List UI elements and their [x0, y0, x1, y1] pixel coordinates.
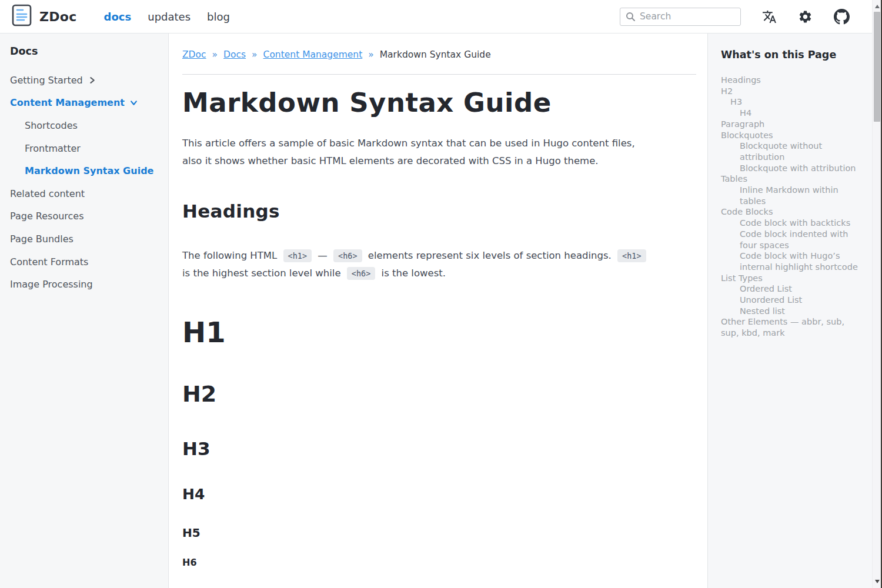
nav-link-blog[interactable]: blog — [207, 11, 230, 23]
github-icon[interactable] — [834, 9, 850, 25]
sidebar-item-page-bundles[interactable]: Page Bundles — [10, 228, 162, 250]
sidebar-nav: Getting StartedContent ManagementShortco… — [10, 69, 162, 296]
scrollbar-thumb[interactable] — [874, 12, 880, 122]
chevron-right-icon — [88, 76, 96, 84]
sidebar-item-getting-started[interactable]: Getting Started — [10, 69, 162, 92]
sidebar-item-shortcodes[interactable]: Shortcodes — [10, 114, 162, 137]
nav-link-docs[interactable]: docs — [104, 11, 132, 23]
brand-name: ZDoc — [39, 9, 77, 24]
headings-paragraph: The following HTML <h1> — <h6> elements … — [182, 247, 696, 282]
sidebar-item-label: Image Processing — [10, 279, 93, 290]
toc-item-paragraph[interactable]: Paragraph — [721, 119, 858, 130]
sidebar-title: Docs — [10, 45, 162, 57]
sidebar-item-markdown-syntax-guide[interactable]: Markdown Syntax Guide — [10, 159, 162, 182]
sample-heading-h6: H6 — [182, 557, 696, 568]
toc-list: HeadingsH2H3H4ParagraphBlockquotesBlockq… — [721, 75, 858, 339]
sample-heading-h2: H2 — [182, 382, 696, 407]
sidebar-item-related-content[interactable]: Related content — [10, 182, 162, 205]
sample-headings: H1H2H3H4H5H6 — [182, 316, 696, 569]
toc-item-blockquote-with-attribution[interactable]: Blockquote with attribution — [721, 163, 858, 174]
intro-paragraph: This article offers a sample of basic Ma… — [182, 135, 696, 170]
toc-item-code-block-with-hugo-s-internal-highlight-shortcode[interactable]: Code block with Hugo’s internal highligh… — [721, 250, 858, 272]
left-sidebar: Docs Getting StartedContent ManagementSh… — [0, 34, 169, 588]
scrollbar-up-arrow[interactable] — [875, 5, 880, 8]
sidebar-item-image-processing[interactable]: Image Processing — [10, 273, 162, 296]
breadcrumb-item-docs[interactable]: Docs — [223, 49, 246, 61]
nav-link-updates[interactable]: updates — [148, 11, 191, 23]
toc-item-tables[interactable]: Tables — [721, 173, 858, 185]
breadcrumb-item-markdown-syntax-guide: Markdown Syntax Guide — [380, 49, 491, 61]
paragraph-text: elements represent six levels of section… — [365, 250, 615, 261]
page-title: Markdown Syntax Guide — [182, 88, 696, 118]
toc-item-code-block-indented-with-four-spaces[interactable]: Code block indented with four spaces — [721, 229, 858, 250]
sidebar-item-content-management[interactable]: Content Management — [10, 92, 162, 115]
divider — [182, 74, 696, 75]
sample-heading-h4: H4 — [182, 486, 696, 503]
sidebar-item-label: Getting Started — [10, 75, 83, 86]
inline-code-chip: <h6> — [333, 249, 362, 262]
sample-heading-h3: H3 — [182, 439, 696, 460]
sidebar-item-label: Content Formats — [10, 256, 88, 268]
toc-item-list-types[interactable]: List Types — [721, 273, 858, 284]
paragraph-text: — — [315, 250, 330, 261]
toc-title: What's on this Page — [721, 49, 858, 61]
sample-heading-h5: H5 — [182, 526, 696, 540]
scrollbar-down-arrow[interactable] — [875, 580, 880, 583]
translate-icon[interactable] — [762, 9, 777, 24]
topbar: ZDoc docsupdatesblog — [0, 0, 882, 34]
toc-item-other-elements-abbr-sub-sup-kbd-mark[interactable]: Other Elements — abbr, sub, sup, kbd, ma… — [721, 316, 858, 338]
breadcrumb-separator: » — [252, 49, 257, 61]
breadcrumb-item-content-management[interactable]: Content Management — [263, 49, 363, 61]
intro-line: also it shows whether basic HTML element… — [182, 155, 599, 166]
sidebar-item-label: Markdown Syntax Guide — [25, 165, 153, 176]
main-content: ZDoc»Docs»Content Management»Markdown Sy… — [169, 34, 707, 588]
paragraph-text: The following HTML — [182, 250, 280, 261]
nav-links: docsupdatesblog — [104, 11, 230, 23]
sidebar-item-frontmatter[interactable]: Frontmatter — [10, 137, 162, 160]
settings-gear-icon[interactable] — [798, 9, 813, 24]
toc-item-h3[interactable]: H3 — [721, 96, 858, 108]
sidebar-item-label: Page Resources — [10, 211, 84, 222]
toc-panel: What's on this Page HeadingsH2H3H4Paragr… — [707, 34, 882, 588]
toc-item-unordered-list[interactable]: Unordered List — [721, 295, 858, 306]
chevron-down-icon — [130, 99, 138, 106]
sidebar-item-label: Related content — [10, 188, 85, 199]
search-icon — [626, 12, 636, 22]
paragraph-text: is the highest section level while — [182, 268, 344, 279]
breadcrumb-separator: » — [212, 49, 218, 61]
toc-item-code-block-with-backticks[interactable]: Code block with backticks — [721, 218, 858, 229]
breadcrumb-separator: » — [368, 49, 373, 61]
sidebar-item-content-formats[interactable]: Content Formats — [10, 250, 162, 273]
inline-code-chip: <h6> — [347, 267, 376, 280]
intro-line: This article offers a sample of basic Ma… — [182, 138, 635, 149]
toc-item-h2[interactable]: H2 — [721, 86, 858, 97]
sidebar-item-label: Frontmatter — [25, 143, 81, 154]
breadcrumb: ZDoc»Docs»Content Management»Markdown Sy… — [182, 49, 696, 61]
brand[interactable]: ZDoc — [12, 4, 77, 29]
toc-item-h4[interactable]: H4 — [721, 108, 858, 119]
toc-item-code-blocks[interactable]: Code Blocks — [721, 206, 858, 218]
sidebar-item-label: Page Bundles — [10, 233, 74, 245]
inline-code-chip: <h1> — [617, 249, 646, 262]
toc-item-blockquote-without-attribution[interactable]: Blockquote without attribution — [721, 141, 858, 162]
search-input[interactable] — [640, 11, 735, 22]
sidebar-item-page-resources[interactable]: Page Resources — [10, 205, 162, 228]
breadcrumb-item-zdoc[interactable]: ZDoc — [182, 49, 206, 61]
sidebar-item-label: Content Management — [10, 97, 125, 108]
toc-item-nested-list[interactable]: Nested list — [721, 306, 858, 317]
sidebar-item-label: Shortcodes — [25, 120, 78, 131]
toc-item-blockquotes[interactable]: Blockquotes — [721, 130, 858, 141]
search-box — [620, 8, 741, 26]
section-heading-headings: Headings — [182, 201, 696, 222]
paragraph-text: is the lowest. — [378, 268, 446, 279]
sample-heading-h1: H1 — [182, 316, 696, 349]
toc-item-ordered-list[interactable]: Ordered List — [721, 283, 858, 295]
inline-code-chip: <h1> — [283, 249, 312, 262]
toc-item-inline-markdown-within-tables[interactable]: Inline Markdown within tables — [721, 185, 858, 206]
zdoc-logo-icon — [12, 4, 32, 29]
toc-item-headings[interactable]: Headings — [721, 75, 858, 86]
